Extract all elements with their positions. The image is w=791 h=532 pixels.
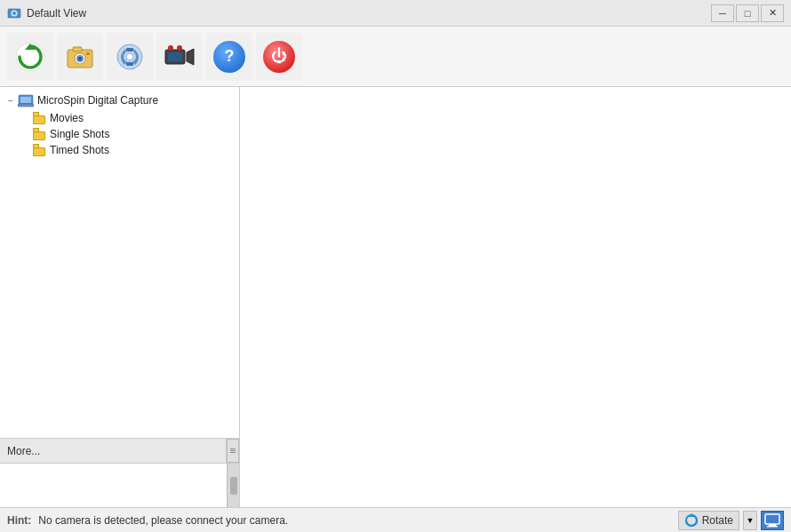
settings-button[interactable] (107, 33, 153, 81)
app-icon (7, 6, 21, 20)
folder-icon-single-shots (32, 128, 46, 140)
svg-rect-10 (86, 52, 90, 55)
close-button[interactable]: ✕ (761, 4, 784, 22)
svg-point-9 (78, 57, 82, 60)
folder-icon-movies (32, 112, 46, 124)
title-bar-left: Default View (7, 6, 86, 20)
device-icon (18, 92, 34, 108)
main-container: − MicroSpin Digital Capture Movies (0, 87, 791, 507)
svg-rect-25 (765, 514, 779, 524)
svg-point-19 (177, 45, 182, 51)
rotate-label: Rotate (702, 514, 733, 527)
refresh-icon (14, 41, 46, 73)
tree-root-item[interactable]: − MicroSpin Digital Capture (0, 91, 239, 110)
folder-icon-timed-shots (32, 144, 46, 156)
tree-label-movies: Movies (50, 112, 84, 124)
svg-rect-17 (168, 52, 182, 61)
svg-rect-22 (20, 97, 31, 103)
rotate-icon (684, 513, 699, 528)
window-title: Default View (27, 7, 86, 20)
tree-area: − MicroSpin Digital Capture Movies (0, 87, 239, 438)
camera-icon (64, 41, 96, 73)
power-icon: ⏻ (263, 41, 295, 73)
tree-root-label: MicroSpin Digital Capture (37, 94, 158, 107)
title-bar: Default View ─ □ ✕ (0, 0, 791, 27)
svg-rect-12 (126, 48, 133, 52)
tree-label-single-shots: Single Shots (50, 128, 109, 140)
svg-rect-21 (18, 104, 34, 107)
tree-item-single-shots[interactable]: Single Shots (0, 126, 239, 142)
title-controls: ─ □ ✕ (711, 4, 784, 22)
svg-rect-26 (769, 524, 776, 526)
svg-rect-6 (73, 47, 82, 52)
video-button[interactable] (156, 33, 203, 81)
video-icon (164, 41, 196, 73)
svg-point-18 (168, 45, 173, 51)
tree-label-timed-shots: Timed Shots (50, 144, 109, 156)
maximize-button[interactable]: □ (736, 4, 759, 22)
vertical-scrollbar[interactable] (227, 464, 239, 508)
hint-label: Hint: (7, 514, 31, 527)
more-area: More... (0, 438, 239, 463)
tree-item-movies[interactable]: Movies (0, 110, 239, 126)
svg-point-2 (12, 12, 16, 15)
capture-button[interactable] (57, 33, 103, 81)
rotate-dropdown-button[interactable]: ▼ (743, 511, 757, 530)
tree-item-timed-shots[interactable]: Timed Shots (0, 142, 239, 158)
left-panel: − MicroSpin Digital Capture Movies (0, 87, 240, 507)
right-panel (240, 87, 791, 507)
hint-message: No camera is detected, please connect yo… (38, 514, 288, 527)
help-icon: ? (213, 41, 245, 73)
below-more (0, 463, 239, 507)
settings-icon (114, 41, 146, 73)
rotate-button[interactable]: Rotate (678, 511, 739, 530)
screen-icon (764, 513, 780, 528)
status-bar: Hint: No camera is detected, please conn… (0, 507, 791, 532)
toolbar: ? ⏻ (0, 27, 791, 87)
minimize-button[interactable]: ─ (711, 4, 734, 22)
stop-button[interactable]: ⏻ (256, 33, 302, 81)
svg-marker-16 (187, 49, 194, 65)
tree-expand-icon[interactable]: − (4, 93, 18, 107)
screen-button[interactable] (761, 511, 784, 530)
help-button[interactable]: ? (206, 33, 252, 81)
more-button[interactable]: More... (0, 439, 227, 463)
scroll-handle[interactable] (227, 439, 239, 463)
refresh-button[interactable] (7, 33, 53, 81)
svg-point-14 (126, 53, 133, 60)
svg-rect-27 (767, 526, 778, 528)
status-right: Rotate ▼ (678, 511, 784, 530)
svg-rect-13 (126, 62, 133, 66)
